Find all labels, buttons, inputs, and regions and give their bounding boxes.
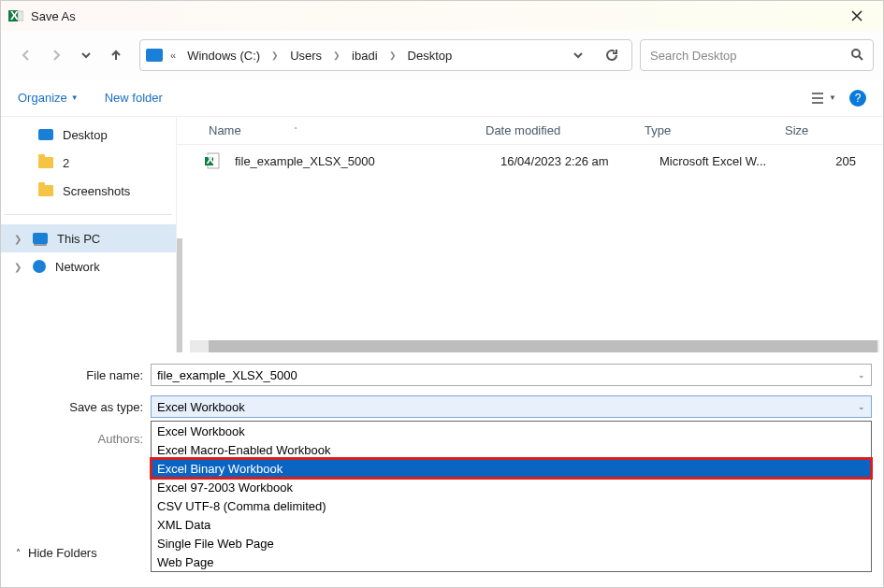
new-folder-button[interactable]: New folder: [105, 91, 163, 105]
main-area: Desktop 2 Screenshots ❯ This PC ❯ Networ…: [1, 117, 883, 352]
chevron-down-icon: ▼: [829, 93, 836, 102]
dropdown-option[interactable]: Single File Web Page: [152, 534, 871, 552]
sidebar-item-this-pc[interactable]: ❯ This PC: [1, 224, 176, 252]
pc-icon: [146, 49, 163, 62]
xlsx-file-icon: X: [205, 152, 220, 169]
dropdown-option[interactable]: Excel Macro-Enabled Workbook: [152, 440, 871, 459]
svg-rect-1: [18, 11, 23, 21]
file-name: file_example_XLSX_5000: [231, 154, 500, 168]
excel-app-icon: X: [8, 8, 23, 23]
file-date: 16/04/2023 2:26 am: [500, 154, 659, 168]
expand-icon[interactable]: ❯: [14, 262, 22, 272]
pc-icon: [33, 233, 48, 244]
sidebar-item-label: Desktop: [63, 128, 108, 142]
sidebar-item-label: This PC: [57, 232, 100, 246]
nav-toolbar: « Windows (C:) ❯ Users ❯ ibadi ❯ Desktop: [1, 31, 883, 79]
column-headers: Name ˄ Date modified Type Size: [177, 117, 883, 145]
dropdown-option[interactable]: Web Page: [152, 552, 871, 571]
file-size: 205: [800, 154, 856, 168]
sort-ascending-icon: ˄: [294, 126, 297, 135]
titlebar: X Save As: [1, 1, 883, 31]
horizontal-scrollbar[interactable]: [190, 340, 879, 352]
up-button[interactable]: [106, 45, 126, 65]
sidebar-item-label: Screenshots: [63, 184, 130, 198]
file-list-pane: Name ˄ Date modified Type Size X file_ex…: [177, 117, 883, 352]
chevron-up-icon: ˄: [16, 548, 21, 558]
chevron-right-icon[interactable]: ❯: [269, 50, 281, 60]
sidebar-item-desktop[interactable]: Desktop: [1, 121, 176, 149]
sidebar-item-screenshots[interactable]: Screenshots: [1, 177, 176, 205]
saveastype-field[interactable]: Excel Workbook ⌄: [151, 395, 872, 418]
saveastype-dropdown[interactable]: Excel Workbook Excel Macro-Enabled Workb…: [151, 421, 872, 572]
svg-text:X: X: [207, 152, 215, 166]
file-type: Microsoft Excel W...: [659, 154, 800, 168]
view-options-button[interactable]: ▼: [810, 91, 836, 106]
address-dropdown-button[interactable]: [568, 45, 588, 65]
filename-label: File name:: [12, 368, 151, 382]
dropdown-option-selected[interactable]: Excel Binary Workbook: [152, 459, 871, 478]
filename-field[interactable]: ⌄: [151, 364, 872, 386]
dropdown-option[interactable]: Excel 97-2003 Workbook: [152, 478, 871, 496]
saveastype-value: Excel Workbook: [157, 400, 245, 414]
expand-icon[interactable]: ❯: [14, 234, 22, 244]
sidebar-item-label: Network: [55, 260, 100, 274]
column-header-type[interactable]: Type: [645, 123, 785, 137]
chevron-down-icon: ▼: [71, 93, 79, 102]
breadcrumb-desktop[interactable]: Desktop: [404, 49, 456, 63]
filename-input[interactable]: [157, 368, 858, 382]
saveastype-label: Save as type:: [12, 400, 151, 414]
chevron-right-icon[interactable]: ❯: [387, 50, 399, 60]
dropdown-option[interactable]: Excel Workbook: [152, 422, 871, 440]
overflow-chevron-icon[interactable]: «: [168, 50, 178, 61]
organize-button[interactable]: Organize ▼: [18, 91, 79, 105]
address-bar[interactable]: « Windows (C:) ❯ Users ❯ ibadi ❯ Desktop: [139, 39, 632, 71]
save-form: File name: ⌄ Save as type: Excel Workboo…: [1, 352, 883, 570]
forward-button[interactable]: [46, 45, 66, 65]
search-input[interactable]: [650, 49, 843, 63]
column-header-name[interactable]: Name ˄: [205, 123, 485, 137]
breadcrumb-users[interactable]: Users: [286, 49, 326, 63]
dropdown-option[interactable]: CSV UTF-8 (Comma delimited): [152, 496, 871, 515]
close-button[interactable]: [838, 3, 876, 29]
chevron-down-icon[interactable]: ⌄: [858, 402, 865, 411]
file-row[interactable]: X file_example_XLSX_5000 16/04/2023 2:26…: [177, 145, 883, 177]
desktop-icon: [38, 129, 53, 140]
recent-locations-button[interactable]: [76, 45, 96, 65]
svg-text:X: X: [10, 8, 19, 22]
organize-label: Organize: [18, 91, 67, 105]
window-title: Save As: [31, 9, 76, 23]
scrollbar-thumb[interactable]: [209, 340, 877, 352]
back-button[interactable]: [16, 45, 36, 65]
breadcrumb-windows-c[interactable]: Windows (C:): [183, 49, 264, 63]
column-header-date[interactable]: Date modified: [485, 123, 645, 137]
svg-point-3: [852, 50, 860, 57]
hide-folders-button[interactable]: ˄ Hide Folders: [16, 546, 97, 560]
command-toolbar: Organize ▼ New folder ▼ ?: [1, 79, 883, 117]
help-button[interactable]: ?: [849, 90, 866, 107]
chevron-right-icon[interactable]: ❯: [331, 50, 342, 60]
sidebar-item-2[interactable]: 2: [1, 149, 176, 177]
folder-icon: [38, 157, 53, 168]
dropdown-option[interactable]: XML Data: [152, 515, 871, 534]
hide-folders-label: Hide Folders: [28, 546, 97, 560]
breadcrumb-ibadi[interactable]: ibadi: [348, 49, 381, 63]
search-box[interactable]: [640, 39, 874, 71]
network-icon: [33, 260, 46, 273]
column-header-size[interactable]: Size: [785, 123, 841, 137]
search-icon[interactable]: [850, 48, 863, 64]
refresh-button[interactable]: [598, 41, 626, 69]
folder-icon: [38, 185, 53, 196]
sidebar-item-label: 2: [63, 156, 69, 170]
divider: [5, 214, 172, 215]
sidebar-item-network[interactable]: ❯ Network: [1, 252, 176, 280]
authors-label: Authors:: [12, 432, 151, 446]
chevron-down-icon[interactable]: ⌄: [858, 370, 865, 380]
sidebar: Desktop 2 Screenshots ❯ This PC ❯ Networ…: [1, 117, 177, 352]
